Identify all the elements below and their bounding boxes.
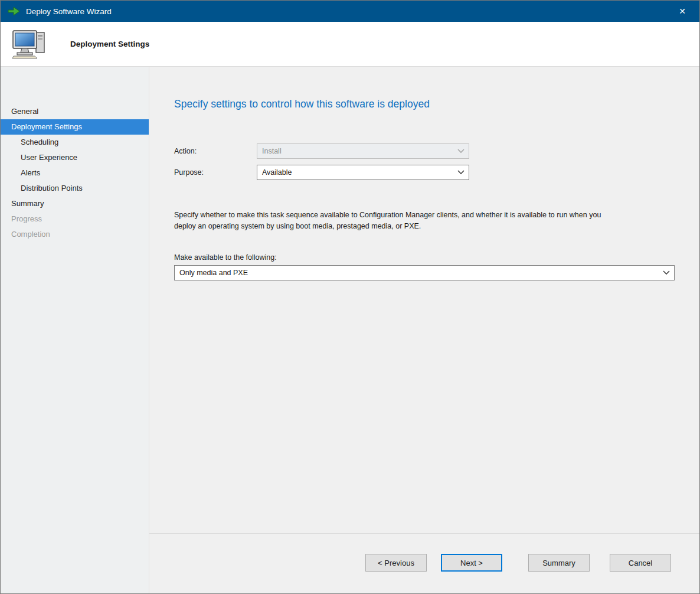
action-dropdown-value: Install	[262, 147, 282, 155]
wizard-header: Deployment Settings	[1, 22, 699, 67]
sidebar-item-completion: Completion	[1, 227, 149, 242]
sidebar-item-user-experience[interactable]: User Experience	[1, 150, 149, 165]
cancel-button[interactable]: Cancel	[610, 554, 671, 572]
make-available-label: Make available to the following:	[174, 253, 676, 262]
green-arrow-icon	[8, 6, 21, 17]
purpose-dropdown[interactable]: Available	[257, 165, 469, 180]
next-button[interactable]: Next >	[441, 554, 502, 572]
make-available-dropdown-value: Only media and PXE	[179, 269, 248, 277]
content-title: Specify settings to control how this sof…	[174, 98, 676, 110]
summary-button[interactable]: Summary	[528, 554, 590, 572]
computer-icon	[11, 29, 48, 60]
action-dropdown: Install	[257, 143, 469, 159]
wizard-footer: < Previous Next > Summary Cancel	[149, 533, 699, 593]
sidebar-item-scheduling[interactable]: Scheduling	[1, 135, 149, 150]
chevron-down-icon	[454, 145, 468, 158]
chevron-down-icon	[659, 266, 673, 279]
purpose-label: Purpose:	[174, 168, 257, 177]
wizard-body: General Deployment Settings Scheduling U…	[1, 67, 699, 593]
close-icon[interactable]: ✕	[672, 1, 692, 22]
previous-button[interactable]: < Previous	[365, 554, 427, 572]
purpose-dropdown-value: Available	[262, 168, 292, 177]
sidebar-item-alerts[interactable]: Alerts	[1, 165, 149, 181]
purpose-row: Purpose: Available	[174, 165, 676, 180]
titlebar: Deploy Software Wizard ✕	[1, 1, 699, 22]
description-text: Specify whether to make this task sequen…	[174, 210, 603, 232]
page-title: Deployment Settings	[70, 40, 149, 48]
make-available-dropdown[interactable]: Only media and PXE	[174, 265, 675, 280]
chevron-down-icon	[454, 166, 468, 179]
action-label: Action:	[174, 147, 257, 155]
sidebar-item-general[interactable]: General	[1, 104, 149, 119]
main-panel: Specify settings to control how this sof…	[149, 67, 699, 593]
sidebar-item-progress: Progress	[1, 211, 149, 227]
sidebar-item-summary[interactable]: Summary	[1, 196, 149, 211]
action-row: Action: Install	[174, 143, 676, 159]
wizard-steps-sidebar: General Deployment Settings Scheduling U…	[1, 67, 149, 593]
sidebar-item-distribution-points[interactable]: Distribution Points	[1, 181, 149, 196]
window-title: Deploy Software Wizard	[26, 7, 112, 16]
deploy-software-wizard-window: Deploy Software Wizard ✕	[0, 0, 700, 594]
sidebar-item-deployment-settings[interactable]: Deployment Settings	[1, 119, 149, 135]
